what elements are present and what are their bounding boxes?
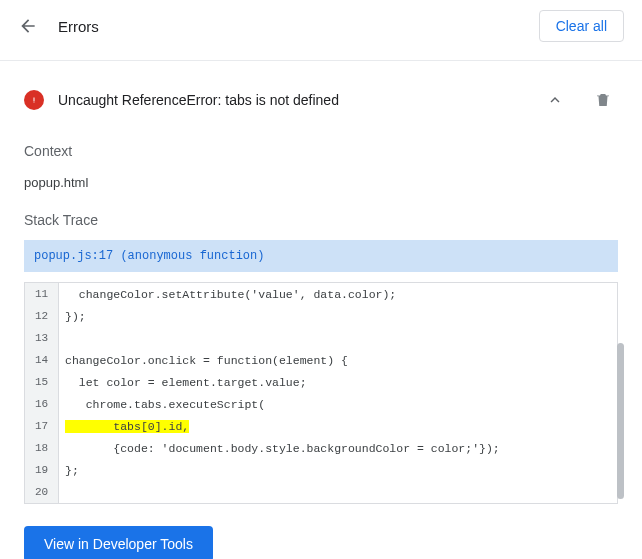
error-message: Uncaught ReferenceError: tabs is not def… bbox=[58, 92, 540, 108]
page-title: Errors bbox=[58, 18, 99, 35]
chevron-up-icon[interactable] bbox=[540, 85, 570, 115]
header-left: Errors bbox=[18, 16, 99, 36]
line-code: }); bbox=[59, 310, 617, 323]
line-code: tabs[0].id, bbox=[59, 420, 617, 433]
error-icon bbox=[24, 90, 44, 110]
clear-all-button[interactable]: Clear all bbox=[539, 10, 624, 42]
code-line: 12}); bbox=[25, 305, 617, 327]
stack-trace-location[interactable]: popup.js:17 (anonymous function) bbox=[24, 240, 618, 272]
stack-trace-label: Stack Trace bbox=[24, 212, 618, 228]
line-number: 12 bbox=[25, 305, 59, 327]
line-number: 16 bbox=[25, 393, 59, 415]
code-line: 13 bbox=[25, 327, 617, 349]
code-line: 18 {code: 'document.body.style.backgroun… bbox=[25, 437, 617, 459]
code-line: 14changeColor.onclick = function(element… bbox=[25, 349, 617, 371]
code-line: 19}; bbox=[25, 459, 617, 481]
line-number: 18 bbox=[25, 437, 59, 459]
line-code: changeColor.setAttribute('value', data.c… bbox=[59, 288, 617, 301]
line-number: 17 bbox=[25, 415, 59, 437]
line-code: }; bbox=[59, 464, 617, 477]
line-code: changeColor.onclick = function(element) … bbox=[59, 354, 617, 367]
line-number: 15 bbox=[25, 371, 59, 393]
line-code: {code: 'document.body.style.backgroundCo… bbox=[59, 442, 617, 455]
line-number: 11 bbox=[25, 283, 59, 305]
error-detail-panel: Uncaught ReferenceError: tabs is not def… bbox=[0, 61, 642, 559]
page-header: Errors Clear all bbox=[0, 0, 642, 61]
view-devtools-button[interactable]: View in Developer Tools bbox=[24, 526, 213, 559]
line-number: 19 bbox=[25, 459, 59, 481]
code-snippet: 11 changeColor.setAttribute('value', dat… bbox=[24, 282, 618, 504]
line-code: chrome.tabs.executeScript( bbox=[59, 398, 617, 411]
error-summary-row: Uncaught ReferenceError: tabs is not def… bbox=[24, 61, 618, 129]
code-line: 20 bbox=[25, 481, 617, 503]
code-line: 15 let color = element.target.value; bbox=[25, 371, 617, 393]
context-label: Context bbox=[24, 143, 618, 159]
code-line: 16 chrome.tabs.executeScript( bbox=[25, 393, 617, 415]
scrollbar[interactable] bbox=[617, 343, 624, 499]
code-line: 17 tabs[0].id, bbox=[25, 415, 617, 437]
back-arrow-icon[interactable] bbox=[18, 16, 38, 36]
line-code: let color = element.target.value; bbox=[59, 376, 617, 389]
code-line: 11 changeColor.setAttribute('value', dat… bbox=[25, 283, 617, 305]
trash-icon[interactable] bbox=[588, 85, 618, 115]
line-number: 13 bbox=[25, 327, 59, 349]
context-value: popup.html bbox=[24, 175, 618, 190]
line-number: 20 bbox=[25, 481, 59, 503]
line-number: 14 bbox=[25, 349, 59, 371]
